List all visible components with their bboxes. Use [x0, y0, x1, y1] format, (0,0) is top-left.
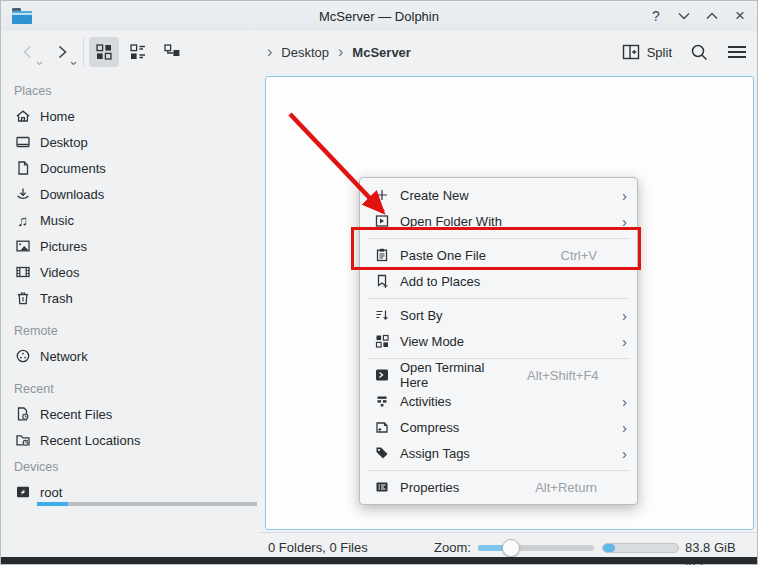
download-icon — [14, 186, 31, 203]
icons-view-icon — [95, 43, 113, 61]
tag-icon — [373, 445, 390, 462]
sidebar-item-recent-locations[interactable]: Recent Locations — [1, 427, 259, 453]
zoom-slider-handle[interactable] — [502, 539, 520, 557]
menu-separator — [368, 470, 629, 471]
menu-item-open-terminal-here[interactable]: Open Terminal Here Alt+Shift+F4 — [360, 362, 637, 388]
video-icon — [14, 264, 31, 281]
hamburger-icon — [727, 45, 747, 59]
menu-item-add-to-places[interactable]: Add to Places — [360, 268, 637, 294]
submenu-chevron-icon: › — [607, 420, 627, 435]
sidebar-item-label: Downloads — [40, 187, 104, 202]
dolphin-window: McServer — Dolphin ? × — [0, 0, 758, 565]
sidebar-item-label: Recent Files — [40, 407, 112, 422]
submenu-chevron-icon: › — [607, 394, 627, 409]
sidebar-item-trash[interactable]: Trash — [1, 285, 259, 311]
breadcrumb-item-desktop[interactable]: Desktop — [281, 45, 329, 60]
menu-button[interactable] — [727, 45, 747, 59]
details-view-icon — [129, 43, 147, 61]
sidebar-item-music[interactable]: ♫ Music — [1, 207, 259, 233]
titlebar[interactable]: McServer — Dolphin ? × — [1, 1, 757, 31]
forward-button[interactable] — [45, 35, 79, 69]
root-usage-fill — [37, 502, 68, 506]
submenu-chevron-icon: › — [607, 214, 627, 229]
open-with-icon — [373, 213, 390, 230]
menu-item-assign-tags[interactable]: Assign Tags › — [360, 440, 637, 466]
shortcut-label: Alt+Shift+F4 — [527, 368, 599, 383]
menu-separator — [368, 358, 629, 359]
menu-item-create-new[interactable]: Create New › — [360, 182, 637, 208]
statusbar: 0 Folders, 0 Files Zoom: 83.8 GiB free — [259, 532, 757, 559]
chevron-up-icon — [706, 12, 718, 20]
sidebar-item-desktop[interactable]: Desktop — [1, 129, 259, 155]
toolbar: › Desktop › McServer Split — [1, 31, 757, 73]
sidebar-item-pictures[interactable]: Pictures — [1, 233, 259, 259]
forward-arrow-icon — [53, 43, 71, 61]
sidebar-item-label: Pictures — [40, 239, 87, 254]
details-view-button[interactable] — [123, 37, 153, 67]
sidebar-item-label: Desktop — [40, 135, 88, 150]
items-summary: 0 Folders, 0 Files — [268, 540, 368, 555]
home-icon — [14, 108, 31, 125]
document-icon — [14, 160, 31, 177]
sidebar-item-label: Network — [40, 349, 88, 364]
zoom-slider[interactable] — [478, 545, 594, 551]
submenu-chevron-icon: › — [607, 188, 627, 203]
split-label: Split — [647, 45, 672, 60]
tree-view-icon — [163, 43, 181, 61]
maximize-button[interactable] — [703, 7, 721, 25]
menu-item-activities[interactable]: Activities › — [360, 388, 637, 414]
chevron-down-icon — [70, 61, 77, 66]
search-button[interactable] — [690, 43, 709, 62]
search-icon — [690, 43, 709, 62]
sidebar-item-label: Music — [40, 213, 74, 228]
disk-capacity-fill — [603, 544, 615, 552]
context-menu: Create New › Open Folder With › Paste On… — [359, 177, 638, 505]
hard-disk-icon — [14, 484, 31, 501]
minimize-button[interactable] — [675, 7, 693, 25]
zoom-label: Zoom: — [434, 540, 471, 555]
section-header-recent: Recent — [1, 377, 259, 401]
trash-icon — [14, 290, 31, 307]
menu-item-sort-by[interactable]: Sort By › — [360, 302, 637, 328]
split-button[interactable]: Split — [622, 44, 672, 60]
shortcut-label: Alt+Return — [535, 480, 597, 495]
menu-item-compress[interactable]: Compress › — [360, 414, 637, 440]
properties-icon — [373, 479, 390, 496]
split-view-icon — [622, 44, 640, 60]
close-button[interactable]: × — [731, 7, 749, 25]
activities-icon — [373, 393, 390, 410]
menu-item-properties[interactable]: Properties Alt+Return — [360, 474, 637, 500]
back-button[interactable] — [11, 35, 45, 69]
recent-file-icon — [14, 406, 31, 423]
sidebar-item-downloads[interactable]: Downloads — [1, 181, 259, 207]
menu-item-open-folder-with[interactable]: Open Folder With › — [360, 208, 637, 234]
bookmark-add-icon — [373, 273, 390, 290]
sidebar-item-recent-files[interactable]: Recent Files — [1, 401, 259, 427]
sidebar-item-network[interactable]: Network — [1, 343, 259, 369]
sidebar-item-videos[interactable]: Videos — [1, 259, 259, 285]
disk-capacity-bar — [602, 543, 679, 553]
sidebar-item-home[interactable]: Home — [1, 103, 259, 129]
menu-item-view-mode[interactable]: View Mode › — [360, 328, 637, 354]
clipboard-paste-icon — [373, 247, 390, 264]
sidebar-item-label: Videos — [40, 265, 80, 280]
breadcrumb-item-mcserver[interactable]: McServer — [352, 45, 411, 60]
picture-icon — [14, 238, 31, 255]
bottom-panel-edge — [1, 557, 757, 564]
music-note-icon: ♫ — [14, 212, 31, 229]
section-header-remote: Remote — [1, 319, 259, 343]
network-icon — [14, 348, 31, 365]
submenu-chevron-icon: › — [607, 334, 627, 349]
sidebar-item-label: Recent Locations — [40, 433, 140, 448]
tree-view-button[interactable] — [157, 37, 187, 67]
menu-separator — [368, 298, 629, 299]
chevron-right-icon: › — [267, 44, 272, 60]
recent-folder-icon — [14, 432, 31, 449]
sort-icon — [373, 307, 390, 324]
icons-view-button[interactable] — [89, 37, 119, 67]
help-button[interactable]: ? — [647, 7, 665, 25]
submenu-chevron-icon: › — [607, 446, 627, 461]
menu-item-paste-one-file[interactable]: Paste One File Ctrl+V — [360, 242, 637, 268]
sidebar-item-documents[interactable]: Documents — [1, 155, 259, 181]
chevron-down-icon — [36, 61, 43, 66]
